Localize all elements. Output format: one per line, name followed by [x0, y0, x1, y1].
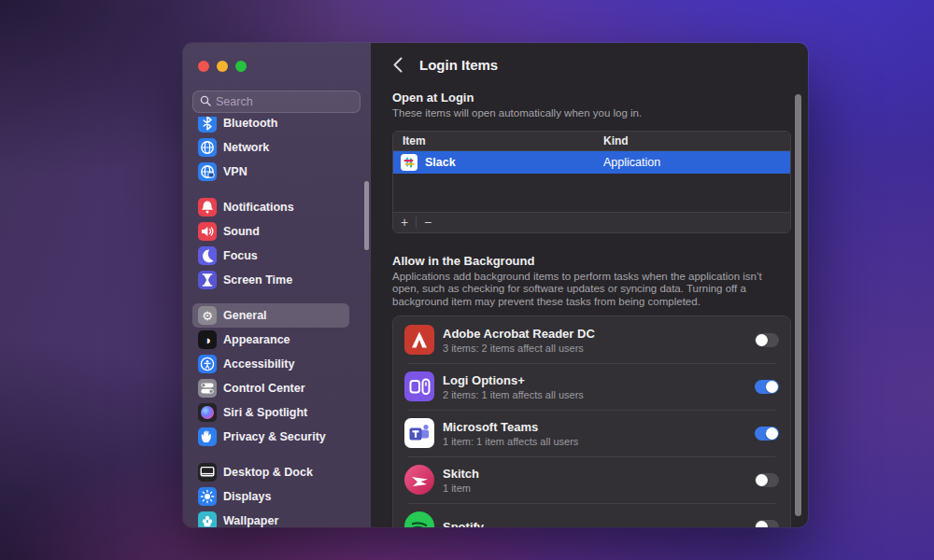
- accessibility-icon: [198, 355, 217, 373]
- login-items-pane: Login Items Open at Login These items wi…: [371, 43, 808, 527]
- toggle-logi-options[interactable]: [755, 380, 779, 394]
- settings-sidebar: BluetoothNetworkVPNNotificationsSoundFoc…: [183, 43, 371, 527]
- background-app-row-spotify: Spotify: [393, 503, 790, 527]
- sidebar-item-control-center[interactable]: Control Center: [192, 376, 349, 400]
- sidebar-item-label: Notifications: [223, 201, 294, 214]
- spotify-icon: [404, 511, 434, 527]
- toggle-microsoft-teams[interactable]: [755, 427, 779, 441]
- sidebar-item-siri-spotlight[interactable]: Siri & Spotlight: [192, 400, 349, 425]
- sidebar-item-displays[interactable]: Displays: [192, 484, 349, 509]
- app-detail: 1 item: 1 item affects all users: [443, 436, 746, 447]
- toggle-spotify[interactable]: [755, 520, 779, 528]
- sidebar-item-screen-time[interactable]: Screen Time: [192, 268, 349, 292]
- sidebar-item-label: Control Center: [223, 382, 305, 395]
- sidebar-item-label: Siri & Spotlight: [223, 406, 307, 419]
- sidebar-item-notifications[interactable]: Notifications: [192, 195, 349, 219]
- sidebar-scrollbar-thumb[interactable]: [364, 181, 369, 250]
- microsoft-teams-icon: [404, 418, 434, 448]
- background-apps-card: Adobe Acrobat Reader DC3 items: 2 items …: [392, 315, 791, 527]
- column-kind: Kind: [603, 134, 629, 147]
- traffic-lights: [198, 61, 247, 72]
- toggle-knob: [766, 427, 778, 440]
- sidebar-item-label: Sound: [223, 225, 260, 238]
- toggle-knob: [756, 521, 768, 528]
- privacy-icon: [198, 427, 217, 446]
- displays-icon: [198, 487, 217, 506]
- vpn-icon: [198, 162, 217, 181]
- siri-icon: [198, 403, 217, 422]
- logi-options-icon: [404, 371, 434, 401]
- sidebar-item-label: Desktop & Dock: [223, 466, 313, 479]
- background-app-row-microsoft-teams: Microsoft Teams1 item: 1 item affects al…: [393, 410, 790, 456]
- search-field[interactable]: [192, 91, 361, 113]
- sidebar-group: BluetoothNetworkVPN: [192, 117, 361, 184]
- item-cell: Slack: [393, 154, 603, 171]
- toggle-knob: [766, 381, 778, 393]
- sidebar-item-sound[interactable]: Sound: [192, 219, 349, 244]
- background-app-row-logi-options: Logi Options+2 items: 1 item affects all…: [393, 363, 790, 410]
- app-info: Spotify: [443, 520, 746, 528]
- add-login-item-button[interactable]: +: [393, 213, 416, 231]
- background-app-row-skitch: Skitch1 item: [393, 456, 790, 503]
- app-detail: 3 items: 2 items affect all users: [443, 343, 746, 354]
- general-icon: ⚙: [198, 306, 217, 325]
- back-button[interactable]: [393, 56, 410, 75]
- sidebar-item-bluetooth[interactable]: Bluetooth: [192, 117, 349, 135]
- sidebar-item-vpn[interactable]: VPN: [192, 160, 349, 184]
- app-name: Adobe Acrobat Reader DC: [443, 327, 746, 341]
- sidebar-item-privacy-security[interactable]: Privacy & Security: [192, 425, 349, 449]
- sidebar-item-label: General: [223, 309, 267, 322]
- sidebar-item-accessibility[interactable]: Accessibility: [192, 352, 349, 376]
- sidebar-item-wallpaper[interactable]: Wallpaper: [192, 509, 349, 527]
- app-name: Spotify: [443, 520, 746, 528]
- column-item: Item: [393, 134, 603, 147]
- slack-icon: [401, 154, 417, 171]
- allow-background-description: Applications add background items to per…: [392, 271, 791, 309]
- sidebar-item-label: Appearance: [223, 333, 290, 346]
- table-footer: + −: [393, 212, 790, 232]
- sidebar-item-label: Focus: [223, 249, 258, 262]
- zoom-button[interactable]: [235, 61, 247, 72]
- sidebar-item-label: Network: [223, 141, 269, 154]
- sidebar-item-label: Displays: [223, 490, 271, 503]
- sidebar-item-network[interactable]: Network: [192, 135, 349, 160]
- login-item-kind: Application: [603, 156, 660, 169]
- app-name: Skitch: [443, 467, 746, 481]
- toggle-knob: [756, 474, 768, 486]
- control-center-icon: [198, 379, 217, 398]
- table-empty-area: [393, 174, 790, 212]
- app-info: Microsoft Teams1 item: 1 item affects al…: [443, 420, 746, 447]
- main-scrollbar-thumb[interactable]: [795, 94, 801, 516]
- search-input[interactable]: [216, 95, 337, 108]
- toggle-adobe-acrobat-reader-dc[interactable]: [755, 333, 779, 347]
- sidebar-item-label: Accessibility: [223, 357, 294, 371]
- skitch-icon: [404, 465, 434, 495]
- sidebar-item-label: Wallpaper: [223, 514, 278, 527]
- table-header: Item Kind: [393, 132, 790, 151]
- sidebar-item-focus[interactable]: Focus: [192, 244, 349, 268]
- notifications-icon: [198, 198, 217, 217]
- sidebar-item-label: Bluetooth: [223, 117, 277, 130]
- adobe-acrobat-icon: [404, 325, 434, 355]
- app-info: Adobe Acrobat Reader DC3 items: 2 items …: [443, 327, 746, 354]
- sidebar-item-desktop-dock[interactable]: Desktop & Dock: [192, 460, 349, 484]
- allow-background-heading: Allow in the Background: [392, 254, 791, 268]
- minimize-button[interactable]: [217, 61, 228, 72]
- sidebar-group: ⚙General◑AppearanceAccessibilityControl …: [192, 303, 361, 449]
- app-info: Logi Options+2 items: 1 item affects all…: [443, 373, 746, 400]
- sound-icon: [198, 222, 217, 241]
- app-detail: 1 item: [443, 483, 746, 494]
- table-row[interactable]: SlackApplication: [393, 151, 790, 174]
- remove-login-item-button[interactable]: −: [417, 213, 439, 231]
- pane-body: Open at Login These items will open auto…: [371, 87, 808, 527]
- focus-icon: [198, 246, 217, 265]
- search-icon: [200, 93, 211, 110]
- sidebar-list: BluetoothNetworkVPNNotificationsSoundFoc…: [192, 117, 361, 527]
- login-item-name: Slack: [425, 156, 456, 169]
- sidebar-item-appearance[interactable]: ◑Appearance: [192, 328, 349, 352]
- sidebar-item-general[interactable]: ⚙General: [192, 303, 349, 328]
- close-button[interactable]: [198, 61, 209, 72]
- background-app-row-adobe-acrobat-reader-dc: Adobe Acrobat Reader DC3 items: 2 items …: [393, 316, 790, 363]
- toggle-skitch[interactable]: [755, 473, 779, 487]
- page-title: Login Items: [419, 57, 498, 73]
